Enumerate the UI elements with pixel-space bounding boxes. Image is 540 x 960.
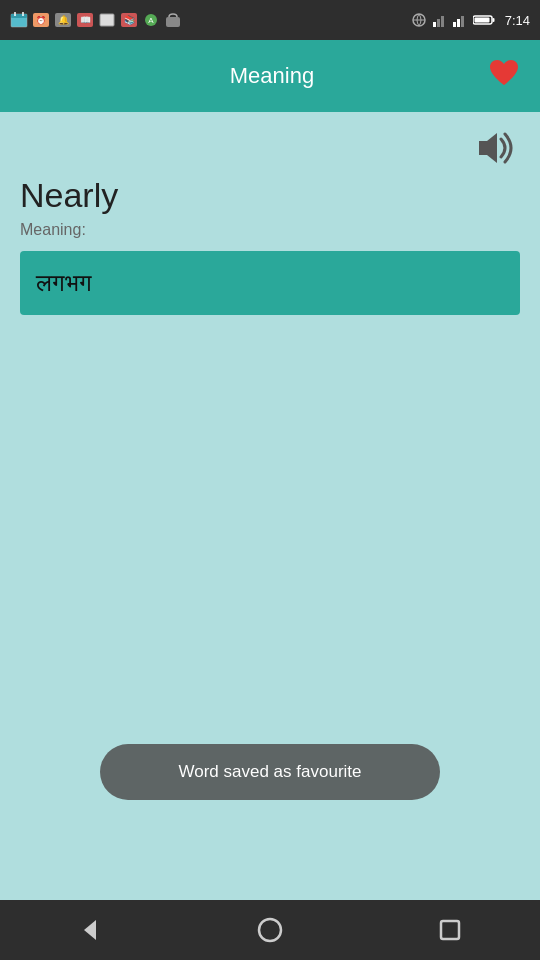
meaning-translation-text: लगभग [36, 269, 92, 296]
svg-rect-30 [441, 921, 459, 939]
battery-icon [473, 14, 495, 26]
recent-apps-button[interactable] [420, 900, 480, 960]
svg-point-29 [259, 919, 281, 941]
bottom-navigation [0, 900, 540, 960]
svg-text:📚: 📚 [124, 14, 136, 26]
notification-icon: 🔔 [54, 12, 72, 28]
svg-text:A: A [148, 16, 154, 25]
book-icon: 📖 [76, 12, 94, 28]
calendar-icon [10, 12, 28, 28]
back-icon [76, 916, 104, 944]
clock-icon: ⏰ [32, 12, 50, 28]
svg-rect-26 [474, 18, 489, 23]
status-bar: ⏰ 🔔 📖 📚 A [0, 0, 540, 40]
network-icon [411, 12, 427, 28]
home-button[interactable] [240, 900, 300, 960]
svg-rect-20 [441, 16, 444, 27]
volume-icon [475, 129, 519, 167]
page-title: Meaning [56, 63, 488, 89]
bag-icon [164, 12, 182, 28]
svg-rect-1 [11, 14, 27, 18]
home-icon [256, 916, 284, 944]
svg-rect-15 [166, 17, 180, 27]
sound-button[interactable] [474, 128, 520, 168]
heart-icon [488, 59, 520, 87]
main-content: Nearly Meaning: लगभग Word saved as favou… [0, 112, 540, 900]
back-button[interactable] [60, 900, 120, 960]
toast-message: Word saved as favourite [100, 744, 440, 800]
svg-marker-27 [479, 133, 497, 163]
svg-rect-22 [457, 19, 460, 27]
svg-rect-19 [437, 19, 440, 27]
toast-container: Word saved as favourite [100, 744, 440, 800]
svg-text:🔔: 🔔 [58, 14, 70, 26]
sound-icon-container [20, 128, 520, 168]
svg-text:⏰: ⏰ [36, 15, 46, 25]
square-icon [98, 12, 116, 28]
svg-rect-25 [492, 18, 494, 22]
toast-text: Word saved as favourite [179, 762, 362, 781]
word-heading: Nearly [20, 176, 520, 215]
svg-rect-18 [433, 22, 436, 27]
svg-rect-10 [100, 14, 114, 26]
recent-icon [436, 916, 464, 944]
meaning-translation-box: लगभग [20, 251, 520, 315]
svg-rect-21 [453, 22, 456, 27]
svg-marker-28 [84, 920, 96, 940]
android-icon: A [142, 12, 160, 28]
status-bar-icons: ⏰ 🔔 📖 📚 A [10, 12, 182, 28]
status-bar-right: 7:14 [411, 12, 530, 28]
bookmarks-icon: 📚 [120, 12, 138, 28]
app-header: Meaning [0, 40, 540, 112]
svg-text:📖: 📖 [80, 14, 92, 26]
signal2-icon [453, 13, 467, 27]
meaning-label: Meaning: [20, 221, 520, 239]
signal1-icon [433, 13, 447, 27]
favourite-button[interactable] [488, 59, 520, 94]
svg-rect-23 [461, 16, 464, 27]
status-time: 7:14 [505, 13, 530, 28]
